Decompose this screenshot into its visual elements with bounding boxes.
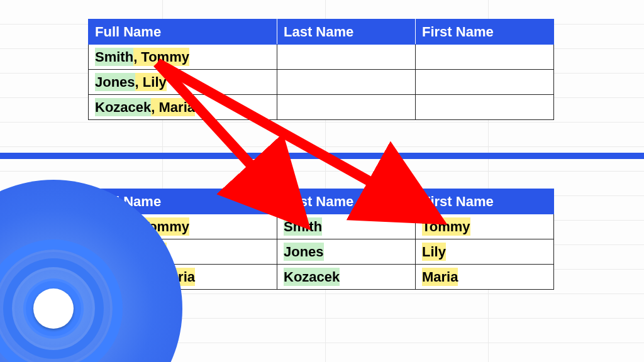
- table-row[interactable]: Kozacek, Maria: [89, 95, 554, 120]
- cell-first-name[interactable]: [416, 45, 554, 70]
- first-name-part: Tommy: [141, 48, 189, 66]
- table-before: Full Name Last Name First Name Smith, To…: [88, 19, 554, 120]
- sep-part: ,: [133, 48, 141, 66]
- cell-last-name[interactable]: Smith: [277, 214, 416, 239]
- table-row[interactable]: Smith, Tommy: [89, 45, 554, 70]
- target-rings-icon: [0, 239, 123, 362]
- table-row[interactable]: Jones, Lily: [89, 70, 554, 95]
- table-header-row: Full Name Last Name First Name: [89, 189, 554, 214]
- divider-line: [0, 153, 644, 159]
- header-last-name: Last Name: [277, 19, 416, 45]
- table-header-row: Full Name Last Name First Name: [89, 19, 554, 45]
- header-full-name: Full Name: [89, 19, 277, 45]
- header-last-name: Last Name: [277, 189, 416, 214]
- cell-first-name[interactable]: Tommy: [416, 214, 554, 239]
- header-first-name: First Name: [416, 189, 554, 214]
- cell-full-name[interactable]: Kozacek, Maria: [89, 95, 277, 120]
- cell-full-name[interactable]: Jones, Lily: [89, 70, 277, 95]
- header-first-name: First Name: [416, 19, 554, 45]
- cell-last-name[interactable]: [277, 45, 416, 70]
- cell-full-name[interactable]: Smith, Tommy: [89, 45, 277, 70]
- last-name-part: Smith: [95, 48, 133, 66]
